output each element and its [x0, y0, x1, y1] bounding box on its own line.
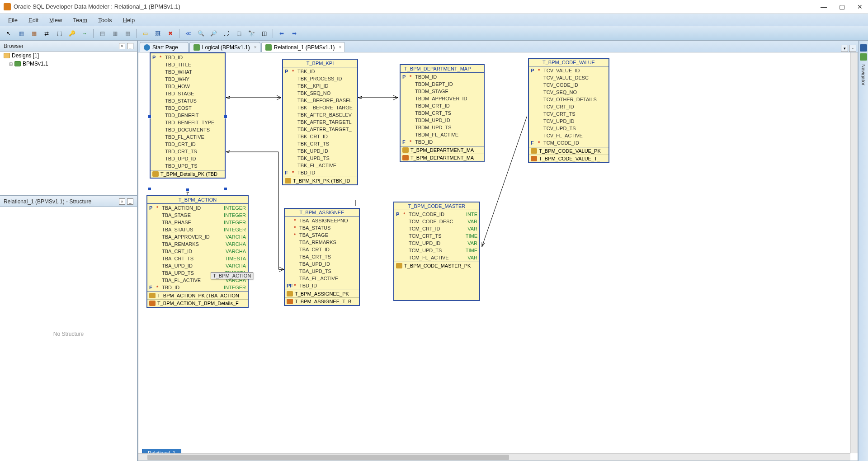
relation-tool[interactable]: ⇄	[42, 28, 52, 38]
pk-icon	[396, 263, 402, 268]
entity-column: TCV_CODE_ID	[529, 81, 609, 89]
entity-t-bpm-code-value[interactable]: T_BPM_CODE_VALUE P*TCV_VALUE_IDTCV_VALUE…	[528, 58, 609, 163]
fk-icon	[531, 156, 537, 161]
tab-close-icon[interactable]: ×	[253, 44, 258, 50]
tab-close-icon[interactable]: ×	[337, 44, 343, 50]
tree-designs[interactable]: Designs [1]	[0, 52, 137, 60]
menu-help[interactable]: Help	[118, 15, 140, 25]
pk-label: T_BPM_ACTION_PK (TBA_ACTION	[157, 293, 239, 298]
entity-column: TBD_WHAT	[151, 68, 225, 75]
pk-icon	[149, 293, 156, 298]
image-tool[interactable]: 🖼	[153, 28, 163, 38]
menu-file[interactable]: File	[4, 15, 22, 25]
entity-t-bpm-department-map[interactable]: T_BPM_DEPARTMENT_MAP P*TBDM_IDTBDM_DEPT_…	[400, 64, 485, 162]
entity-column: TBD_TITLE	[151, 61, 225, 68]
view-tool[interactable]: ▦	[29, 28, 39, 38]
folder-icon	[4, 53, 10, 58]
tab-relational[interactable]: Relational_1 (BPMSv1.1) ×	[261, 42, 345, 52]
entity-column: TBD_CRT_ID	[151, 141, 225, 148]
structure-empty-label: No Structure	[53, 331, 84, 337]
svg-line-3	[482, 116, 527, 247]
horizontal-scrollbar[interactable]	[138, 453, 850, 461]
entity-column: TBK_FL_ACTIVE	[283, 162, 357, 169]
tree-design-item[interactable]: ⊞ BPMSv1.1	[0, 60, 137, 68]
navigator-label: Navigator	[861, 64, 866, 85]
entity-column: TBK__BEFORE_BASEL	[283, 97, 357, 104]
entity-column: TCV_OTHER_DETAILS	[529, 96, 609, 103]
entity-column: TBK_CRT_TS	[283, 140, 357, 147]
entity-column: TBD_WHY	[151, 75, 225, 83]
menu-view[interactable]: View	[45, 15, 66, 25]
zoom-out[interactable]: 🔎	[208, 28, 218, 38]
browser-close-icon[interactable]: ×	[119, 43, 125, 49]
browser-tree[interactable]: Designs [1] ⊞ BPMSv1.1	[0, 52, 137, 196]
structure-minimize-icon[interactable]: _	[127, 198, 133, 205]
entity-t-bpm-details[interactable]: P*TBD_IDTBD_TITLETBD_WHATTBD_WHYTBD_HOWT…	[150, 52, 226, 179]
structure-close-icon[interactable]: ×	[119, 198, 125, 205]
entity-column: TCV_SEQ_NO	[529, 89, 609, 96]
diagram-canvas[interactable]: P*TBD_IDTBD_TITLETBD_WHATTBD_WHYTBD_HOWT…	[138, 52, 858, 461]
layout-tool[interactable]: ⬚	[234, 28, 244, 38]
pk-label: T_BPM_CODE_VALUE_PK	[539, 148, 601, 154]
fk-label: T_BPM_DEPARTMENT_MA	[410, 155, 474, 160]
grid2-tool[interactable]: ▥	[110, 28, 120, 38]
browser-header: Browser × _	[0, 41, 137, 52]
entity-column: TBA_STATUSINTEGER	[147, 226, 248, 233]
back-tool[interactable]: ⬅	[277, 28, 287, 38]
entity-column: TBD_STAGE	[151, 90, 225, 97]
grid3-tool[interactable]: ▦	[123, 28, 132, 38]
key-tool[interactable]: 🔑	[67, 28, 77, 38]
entity-column: TBK_AFTER_TARGET_	[283, 126, 357, 133]
tab-scroll-down[interactable]: ▾	[841, 45, 848, 52]
arrow-tool[interactable]: →	[80, 28, 90, 38]
navigator-side-tab[interactable]: Navigator	[858, 41, 868, 461]
info-icon	[144, 44, 150, 51]
entity-t-bpm-assignee[interactable]: T_BPM_ASSIGNEE *TBA_ASSIGNEEPNO*TBA_STAT…	[284, 208, 360, 306]
tab-logical[interactable]: Logical (BPMSv1.1) ×	[189, 42, 260, 52]
close-button[interactable]: ✕	[855, 2, 864, 11]
forward-tool[interactable]: ➡	[289, 28, 299, 38]
tab-scroll-max[interactable]: ▫	[849, 45, 856, 52]
entity-title: T_BPM_ASSIGNEE	[285, 209, 359, 216]
zoom-in[interactable]: 🔍	[196, 28, 206, 38]
pk-label: T_BPM_CODE_MASTER_PK	[404, 263, 471, 268]
entity-column: TBD_FL_ACTIVE	[151, 133, 225, 141]
menu-edit[interactable]: Edit	[24, 15, 43, 25]
refresh-tool[interactable]: ◫	[259, 28, 269, 38]
zoom-reset[interactable]: ≪	[183, 28, 193, 38]
split-tool[interactable]: ⬚	[54, 28, 64, 38]
tab-start-label: Start Page	[152, 44, 178, 51]
grid1-tool[interactable]: ▤	[97, 28, 107, 38]
pointer-tool[interactable]: ↖	[4, 28, 14, 38]
entity-t-bpm-code-master[interactable]: T_BPM_CODE_MASTER P*TCM_CODE_IDINTETCM_C…	[393, 202, 480, 301]
delete-tool[interactable]: ✖	[165, 28, 175, 38]
entity-column: TCM_CRT_IDVAR	[394, 225, 479, 232]
menu-tools[interactable]: Tools	[94, 15, 116, 25]
browser-minimize-icon[interactable]: _	[127, 43, 133, 49]
entity-column: TBK_SEQ_NO	[283, 89, 357, 97]
note-tool[interactable]: ▭	[140, 28, 150, 38]
maximize-button[interactable]: ▢	[837, 2, 846, 11]
structure-title: Relational_1 (BPMSv1.1) - Structure	[4, 198, 91, 205]
tab-start-page[interactable]: Start Page	[140, 42, 189, 52]
entity-column: TBA_REMARKS	[285, 239, 359, 246]
entity-t-bpm-kpi[interactable]: T_BPM_KPI P*TBK_IDTBK_PROCESS_IDTBK__KPI…	[282, 59, 358, 185]
tab-logical-label: Logical (BPMSv1.1)	[202, 44, 250, 51]
entity-column: TBD_CRT_TS	[151, 148, 225, 155]
menu-team[interactable]: Team	[68, 15, 92, 25]
entity-column: TCM_FL_ACTIVEVAR	[394, 254, 479, 261]
find-tool[interactable]: 🔭	[246, 28, 256, 38]
expand-icon[interactable]: ⊞	[9, 61, 13, 66]
entity-column: TCV_UPD_TS	[529, 125, 609, 132]
entity-column: TBK_PROCESS_ID	[283, 75, 357, 82]
minimize-button[interactable]: —	[819, 2, 828, 11]
entity-column: TCM_CODE_DESCVAR	[394, 218, 479, 225]
vertical-scrollbar[interactable]	[850, 52, 858, 453]
fit-tool[interactable]: ⛶	[221, 28, 231, 38]
pk-icon	[152, 171, 159, 177]
entity-column: TCM_CRT_TSTIME	[394, 232, 479, 240]
table-tool[interactable]: ▦	[16, 28, 26, 38]
fk-icon	[149, 301, 156, 306]
entity-t-bpm-action[interactable]: T_BPM_ACTION P*TBA_ACTION_IDINTEGERTBA_S…	[146, 195, 249, 308]
entity-column: TCM_UPD_IDVAR	[394, 240, 479, 247]
